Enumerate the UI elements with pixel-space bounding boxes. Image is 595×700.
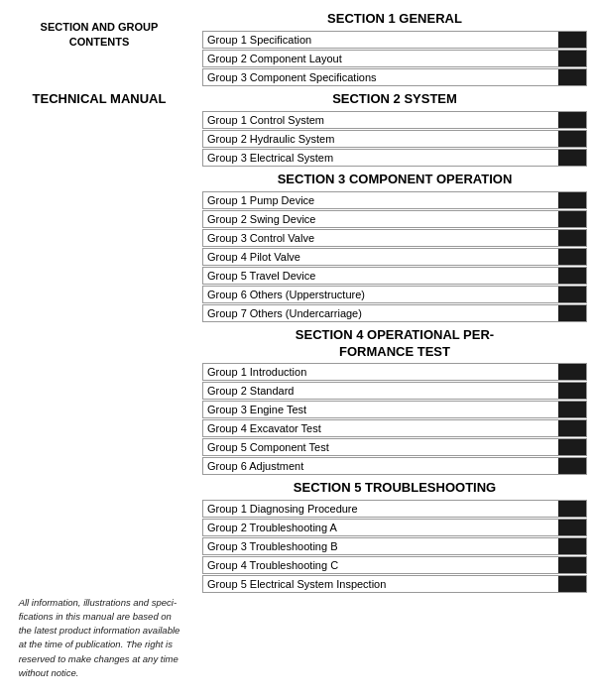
section-block-1: SECTION 1 GENERALGroup 1 SpecificationGr… <box>202 8 587 86</box>
group-page-indicator <box>558 305 586 321</box>
section-header-5: SECTION 5 TROUBLESHOOTING <box>202 477 587 499</box>
group-row[interactable]: Group 6 Adjustment <box>202 457 587 475</box>
group-row[interactable]: Group 3 Electrical System <box>202 149 587 167</box>
group-page-indicator <box>558 211 586 227</box>
group-page-indicator <box>558 131 586 147</box>
group-label: Group 3 Engine Test <box>203 401 558 418</box>
group-page-indicator <box>558 520 586 535</box>
section-block-5: SECTION 5 TROUBLESHOOTINGGroup 1 Diagnos… <box>202 477 587 593</box>
group-label: Group 1 Pump Device <box>203 191 558 209</box>
group-label: Group 2 Troubleshooting A <box>203 519 558 536</box>
disclaimer-text: All information, illustrations and speci… <box>19 596 180 681</box>
group-page-indicator <box>558 32 586 48</box>
group-row[interactable]: Group 1 Pump Device <box>202 191 587 209</box>
group-label: Group 5 Electrical System Inspection <box>203 575 558 593</box>
group-label: Group 7 Others (Undercarriage) <box>203 304 558 322</box>
group-page-indicator <box>558 557 586 573</box>
group-row[interactable]: Group 2 Component Layout <box>202 50 587 67</box>
group-page-indicator <box>558 458 586 474</box>
group-label: Group 2 Component Layout <box>203 50 558 67</box>
group-page-indicator <box>558 287 586 302</box>
group-page-indicator <box>558 501 586 517</box>
group-page-indicator <box>558 439 586 455</box>
group-label: Group 3 Control Valve <box>203 229 558 247</box>
left-panel: SECTION AND GROUP CONTENTS TECHNICAL MAN… <box>0 0 198 700</box>
group-page-indicator <box>558 192 586 208</box>
group-page-indicator <box>558 112 586 128</box>
group-label: Group 3 Troubleshooting B <box>203 537 558 555</box>
group-row[interactable]: Group 3 Troubleshooting B <box>202 537 587 555</box>
group-page-indicator <box>558 69 586 85</box>
group-label: Group 5 Component Test <box>203 438 558 456</box>
group-label: Group 2 Standard <box>203 382 558 400</box>
group-row[interactable]: Group 1 Control System <box>202 111 587 129</box>
section-header-1: SECTION 1 GENERAL <box>202 8 587 30</box>
group-label: Group 4 Troubleshooting C <box>203 556 558 574</box>
section-block-4: SECTION 4 OPERATIONAL PER- FORMANCE TEST… <box>202 324 587 476</box>
group-page-indicator <box>558 268 586 284</box>
group-label: Group 1 Control System <box>203 111 558 129</box>
group-row[interactable]: Group 1 Specification <box>202 31 587 49</box>
group-label: Group 2 Hydraulic System <box>203 130 558 148</box>
group-row[interactable]: Group 5 Component Test <box>202 438 587 456</box>
group-row[interactable]: Group 3 Engine Test <box>202 401 587 418</box>
group-label: Group 2 Swing Device <box>203 210 558 228</box>
section-header-4: SECTION 4 OPERATIONAL PER- FORMANCE TEST <box>202 324 587 363</box>
technical-manual-label: TECHNICAL MANUAL <box>33 90 167 108</box>
group-page-indicator <box>558 576 586 592</box>
group-page-indicator <box>558 150 586 166</box>
group-label: Group 4 Pilot Valve <box>203 248 558 266</box>
group-row[interactable]: Group 5 Travel Device <box>202 267 587 285</box>
section-header-2: SECTION 2 SYSTEM <box>202 88 587 110</box>
group-label: Group 1 Introduction <box>203 363 558 381</box>
group-row[interactable]: Group 3 Component Specifications <box>202 68 587 86</box>
group-label: Group 6 Others (Upperstructure) <box>203 286 558 303</box>
right-panel: SECTION 1 GENERALGroup 1 SpecificationGr… <box>198 0 595 700</box>
section-block-3: SECTION 3 COMPONENT OPERATIONGroup 1 Pum… <box>202 169 587 322</box>
group-page-indicator <box>558 230 586 246</box>
group-row[interactable]: Group 3 Control Valve <box>202 229 587 247</box>
group-row[interactable]: Group 4 Pilot Valve <box>202 248 587 266</box>
group-label: Group 5 Travel Device <box>203 267 558 285</box>
group-label: Group 1 Specification <box>203 31 558 49</box>
group-row[interactable]: Group 7 Others (Undercarriage) <box>202 304 587 322</box>
group-row[interactable]: Group 1 Introduction <box>202 363 587 381</box>
group-row[interactable]: Group 2 Standard <box>202 382 587 400</box>
group-row[interactable]: Group 1 Diagnosing Procedure <box>202 500 587 518</box>
group-label: Group 4 Excavator Test <box>203 419 558 437</box>
group-label: Group 6 Adjustment <box>203 457 558 475</box>
page: SECTION AND GROUP CONTENTS TECHNICAL MAN… <box>0 0 595 700</box>
group-row[interactable]: Group 2 Troubleshooting A <box>202 519 587 536</box>
group-page-indicator <box>558 249 586 265</box>
group-row[interactable]: Group 2 Hydraulic System <box>202 130 587 148</box>
group-page-indicator <box>558 364 586 380</box>
section-group-title: SECTION AND GROUP CONTENTS <box>33 20 167 51</box>
group-row[interactable]: Group 6 Others (Upperstructure) <box>202 286 587 303</box>
group-label: Group 1 Diagnosing Procedure <box>203 500 558 518</box>
section-header-3: SECTION 3 COMPONENT OPERATION <box>202 169 587 190</box>
group-row[interactable]: Group 5 Electrical System Inspection <box>202 575 587 593</box>
group-page-indicator <box>558 51 586 66</box>
group-page-indicator <box>558 383 586 399</box>
group-row[interactable]: Group 4 Excavator Test <box>202 419 587 437</box>
group-label: Group 3 Electrical System <box>203 149 558 167</box>
group-row[interactable]: Group 4 Troubleshooting C <box>202 556 587 574</box>
group-row[interactable]: Group 2 Swing Device <box>202 210 587 228</box>
group-label: Group 3 Component Specifications <box>203 68 558 86</box>
group-page-indicator <box>558 402 586 417</box>
section-block-2: SECTION 2 SYSTEMGroup 1 Control SystemGr… <box>202 88 587 167</box>
group-page-indicator <box>558 420 586 436</box>
group-page-indicator <box>558 538 586 554</box>
